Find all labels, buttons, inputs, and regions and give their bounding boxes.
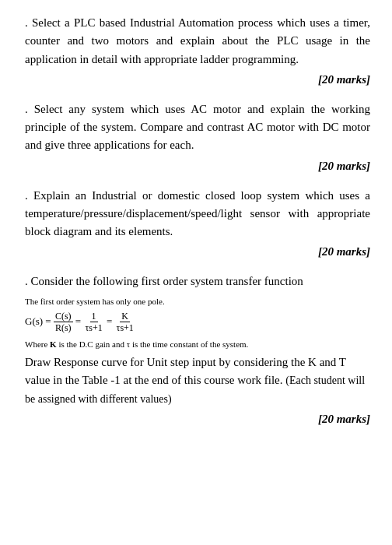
q4-small-note-2: Where K is the D.C gain and τ is the tim… bbox=[25, 339, 370, 350]
q2-text: . Select any system which uses AC motor … bbox=[25, 100, 370, 155]
q4-fraction3-num: K bbox=[120, 311, 130, 322]
q4-small-note-1: The first order system has only one pole… bbox=[25, 296, 370, 308]
q4-fraction2: 1 τs+1 bbox=[83, 311, 103, 334]
q4-marks: [20 marks] bbox=[25, 413, 370, 426]
q4-intro-body: Consider the following first order syste… bbox=[31, 275, 303, 287]
q3-body: Explain an Industrial or domestic closed… bbox=[25, 189, 370, 238]
q4-fraction2-den: τs+1 bbox=[83, 322, 103, 333]
question-1: . Select a PLC based Industrial Automati… bbox=[25, 14, 370, 86]
q3-marks: [20 marks] bbox=[25, 245, 370, 258]
q2-marks: [20 marks] bbox=[25, 160, 370, 173]
q1-marks: [20 marks] bbox=[25, 73, 370, 86]
q2-prefix: . bbox=[25, 103, 34, 115]
q3-text: . Explain an Industrial or domestic clos… bbox=[25, 187, 370, 241]
q1-prefix: . bbox=[25, 16, 32, 29]
q1-body: Select a PLC based Industrial Automation… bbox=[25, 16, 370, 65]
q4-equals2: = bbox=[107, 315, 115, 327]
q4-draw-text: Draw Response curve for Unit step input … bbox=[25, 353, 370, 408]
q3-prefix: . bbox=[25, 189, 33, 202]
question-2: . Select any system which uses AC motor … bbox=[25, 100, 370, 173]
q4-equals1: = bbox=[75, 315, 84, 327]
q2-body: Select any system which uses AC motor an… bbox=[25, 103, 370, 152]
q1-text: . Select a PLC based Industrial Automati… bbox=[25, 14, 370, 69]
question-3: . Explain an Industrial or domestic clos… bbox=[25, 187, 370, 259]
q4-fraction1-den: R(s) bbox=[54, 322, 73, 333]
q4-fraction3: K τs+1 bbox=[115, 311, 135, 334]
q4-fraction1: C(s) R(s) bbox=[54, 311, 73, 334]
q4-fraction1-num: C(s) bbox=[54, 311, 73, 322]
q4-fraction2-num: 1 bbox=[90, 311, 98, 322]
q4-fraction3-den: τs+1 bbox=[115, 322, 135, 333]
q4-k-bold: K bbox=[50, 339, 57, 349]
q4-intro-text: . Consider the following first order sys… bbox=[25, 272, 370, 290]
q4-formula-prefix: G(s) = bbox=[25, 315, 54, 327]
q4-prefix: . bbox=[25, 275, 31, 287]
question-4: . Consider the following first order sys… bbox=[25, 272, 370, 426]
q4-formula: G(s) = C(s) R(s) = 1 τs+1 = K τs+1 bbox=[25, 311, 370, 334]
